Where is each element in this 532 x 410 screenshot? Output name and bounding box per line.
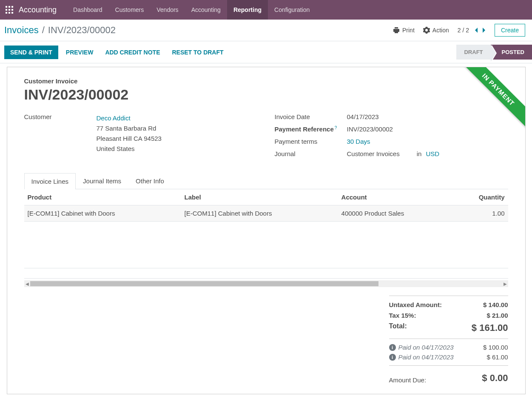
menu-dashboard[interactable]: Dashboard xyxy=(67,0,109,20)
customer-street: 77 Santa Barbara Rd xyxy=(97,123,162,134)
payment-terms-value[interactable]: 30 Days xyxy=(347,138,370,145)
payment-1-value: $ 100.00 xyxy=(483,344,508,351)
form-sheet: IN PAYMENT Customer Invoice INV/2023/000… xyxy=(7,67,526,394)
svg-rect-6 xyxy=(6,12,7,14)
cell-account: 400000 Product Sales xyxy=(338,205,454,222)
tabs: Invoice Lines Journal Items Other Info xyxy=(24,173,508,189)
journal-value: Customer Invoices xyxy=(347,150,400,157)
record-name: INV/2023/00002 xyxy=(24,86,508,103)
info-icon[interactable]: i xyxy=(389,354,396,361)
record-type-label: Customer Invoice xyxy=(24,77,508,85)
tab-journal-items[interactable]: Journal Items xyxy=(76,173,128,189)
menu-configuration[interactable]: Configuration xyxy=(268,0,316,20)
breadcrumb-current: INV/2023/00002 xyxy=(48,25,116,36)
svg-rect-7 xyxy=(9,12,10,14)
svg-rect-8 xyxy=(11,12,13,14)
amount-due-value: $ 0.00 xyxy=(482,373,508,384)
cell-label: [E-COM11] Cabinet with Doors xyxy=(181,205,338,222)
customer-name[interactable]: Deco Addict xyxy=(97,113,162,123)
tax-value: $ 21.00 xyxy=(486,312,508,319)
preview-button[interactable]: PREVIEW xyxy=(62,46,98,59)
currency-value[interactable]: USD xyxy=(426,150,439,157)
customer-country: United States xyxy=(97,144,162,154)
gear-icon xyxy=(423,27,430,34)
navbar: Accounting Dashboard Customers Vendors A… xyxy=(0,0,532,20)
horizontal-scrollbar[interactable]: ◀ ▶ xyxy=(24,280,508,287)
untaxed-value: $ 140.00 xyxy=(483,301,508,308)
print-icon xyxy=(393,27,400,34)
menu-vendors[interactable]: Vendors xyxy=(150,0,185,20)
action-label: Action xyxy=(432,27,449,34)
tab-other-info[interactable]: Other Info xyxy=(128,173,171,189)
pager-text: 2 / 2 xyxy=(458,27,469,34)
control-panel: Invoices / INV/2023/00002 Print Action 2… xyxy=(0,20,532,63)
nav-menu: Dashboard Customers Vendors Accounting R… xyxy=(67,0,316,20)
print-label: Print xyxy=(402,27,415,34)
breadcrumb: Invoices / INV/2023/00002 xyxy=(4,25,116,36)
table-footer-space xyxy=(24,268,508,279)
tab-invoice-lines[interactable]: Invoice Lines xyxy=(24,173,76,189)
payment-terms-label: Payment terms xyxy=(275,138,347,145)
breadcrumb-parent[interactable]: Invoices xyxy=(4,25,39,36)
untaxed-label: Untaxed Amount: xyxy=(389,301,442,308)
amount-due-label: Amount Due: xyxy=(389,376,427,384)
total-label: Total: xyxy=(389,322,407,333)
scroll-right-icon[interactable]: ▶ xyxy=(502,280,508,287)
customer-city: Pleasant Hill CA 94523 xyxy=(97,134,162,144)
payment-1-label: Paid on 04/17/2023 xyxy=(398,344,454,351)
pager-next[interactable] xyxy=(482,27,486,33)
cell-quantity: 1.00 xyxy=(454,205,508,222)
svg-rect-1 xyxy=(9,6,10,8)
add-credit-note-button[interactable]: ADD CREDIT NOTE xyxy=(101,46,164,59)
statusbar: DRAFT POSTED xyxy=(456,45,532,60)
in-text: in xyxy=(417,150,422,157)
svg-rect-4 xyxy=(9,9,10,11)
col-quantity[interactable]: Quantity xyxy=(454,189,508,205)
cell-product: [E-COM11] Cabinet with Doors xyxy=(24,205,181,222)
col-product[interactable]: Product xyxy=(24,189,181,205)
create-button[interactable]: Create xyxy=(495,24,525,37)
status-posted[interactable]: POSTED xyxy=(491,45,532,60)
invoice-lines-table: Product Label Account Quantity [E-COM11]… xyxy=(24,189,508,222)
svg-rect-0 xyxy=(6,6,7,8)
menu-customers[interactable]: Customers xyxy=(109,0,151,20)
pager-prev[interactable] xyxy=(474,27,478,33)
pager: 2 / 2 xyxy=(458,27,486,34)
scroll-left-icon[interactable]: ◀ xyxy=(24,280,30,287)
svg-rect-2 xyxy=(11,6,13,8)
invoice-date-value: 04/17/2023 xyxy=(347,113,379,120)
payment-2-label: Paid on 04/17/2023 xyxy=(398,353,454,361)
print-button[interactable]: Print xyxy=(393,27,415,34)
reset-to-draft-button[interactable]: RESET TO DRAFT xyxy=(168,46,228,59)
payment-ref-label: Payment Reference? xyxy=(275,125,347,133)
info-icon[interactable]: i xyxy=(389,344,396,351)
customer-label: Customer xyxy=(24,113,97,120)
menu-accounting[interactable]: Accounting xyxy=(185,0,227,20)
apps-icon[interactable] xyxy=(3,4,15,16)
scrollbar-thumb[interactable] xyxy=(30,281,378,286)
payment-ref-value: INV/2023/00002 xyxy=(347,125,393,133)
status-draft[interactable]: DRAFT xyxy=(456,45,490,60)
invoice-date-label: Invoice Date xyxy=(275,113,347,120)
table-empty-space xyxy=(24,222,508,268)
totals-section: Untaxed Amount: $ 140.00 Tax 15%: $ 21.0… xyxy=(24,296,508,384)
help-icon[interactable]: ? xyxy=(335,125,337,130)
app-brand[interactable]: Accounting xyxy=(19,6,57,14)
svg-rect-3 xyxy=(6,9,7,11)
menu-reporting[interactable]: Reporting xyxy=(227,0,268,20)
table-row[interactable]: [E-COM11] Cabinet with Doors [E-COM11] C… xyxy=(24,205,508,222)
breadcrumb-separator: / xyxy=(42,25,45,36)
send-print-button[interactable]: SEND & PRINT xyxy=(4,46,58,59)
total-value: $ 161.00 xyxy=(472,322,508,333)
col-account[interactable]: Account xyxy=(338,189,454,205)
tax-label: Tax 15%: xyxy=(389,312,416,319)
svg-rect-5 xyxy=(11,9,13,11)
journal-label: Journal xyxy=(275,150,347,157)
col-label[interactable]: Label xyxy=(181,189,338,205)
payment-2-value: $ 61.00 xyxy=(486,353,508,361)
action-button[interactable]: Action xyxy=(423,27,449,34)
